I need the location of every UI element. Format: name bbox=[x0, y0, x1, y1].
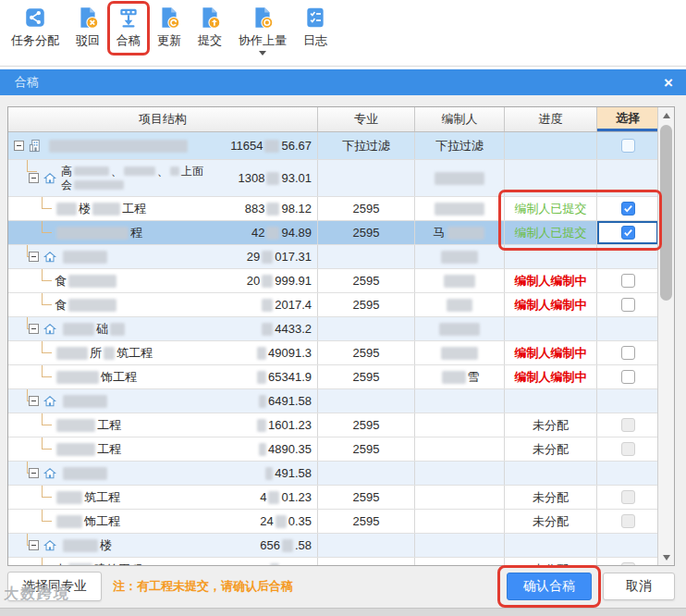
column-header-2: 专业 bbox=[318, 107, 415, 131]
close-icon[interactable]: × bbox=[664, 75, 673, 91]
censor-blur bbox=[276, 515, 287, 528]
select-same-specialty-button[interactable]: 选择同专业 bbox=[7, 572, 102, 601]
table-row[interactable]: 所筑工程49091.32595编制人编制中 bbox=[8, 341, 659, 365]
vertical-scrollbar[interactable] bbox=[657, 107, 674, 565]
progress-cell bbox=[505, 534, 597, 557]
censor-blur bbox=[268, 491, 279, 504]
project-amount: 491.58 bbox=[263, 466, 317, 481]
project-structure-cell: 食2017.4 bbox=[8, 293, 318, 316]
building-icon bbox=[29, 139, 43, 153]
confirm-merge-button[interactable]: 确认合稿 bbox=[507, 573, 592, 600]
column-header-1: 项目结构 bbox=[8, 107, 318, 131]
table-row[interactable]: 础4433.2 bbox=[8, 317, 659, 341]
censor-blur bbox=[441, 251, 478, 264]
censor-blur bbox=[56, 371, 99, 384]
toolbar: 任务分配驳回合稿更新提交协作上量日志 bbox=[0, 0, 686, 67]
table-row[interactable]: 食20999.912595编制人编制中 bbox=[8, 269, 659, 293]
progress-cell bbox=[505, 462, 597, 485]
progress-cell bbox=[505, 160, 597, 196]
toolbar-item-submit[interactable]: 提交 bbox=[192, 4, 227, 51]
specialty-cell bbox=[318, 534, 415, 557]
censor-blur bbox=[264, 140, 279, 153]
row-checkbox[interactable] bbox=[621, 202, 635, 216]
progress-cell: 未分配 bbox=[505, 413, 597, 437]
row-checkbox[interactable] bbox=[621, 298, 635, 312]
censor-blur bbox=[444, 275, 475, 288]
specialty-cell[interactable]: 下拉过滤 bbox=[318, 132, 415, 159]
censor-blur bbox=[68, 275, 116, 288]
toolbar-item-update[interactable]: 更新 bbox=[152, 4, 187, 51]
collapse-expander-icon[interactable] bbox=[29, 252, 39, 262]
row-checkbox[interactable] bbox=[621, 346, 635, 360]
project-structure-cell: 饰工程65341.9 bbox=[8, 365, 318, 388]
toolbar-item-merge[interactable]: 合稿 bbox=[111, 4, 146, 51]
row-checkbox[interactable] bbox=[621, 226, 635, 240]
toolbar-item-log[interactable]: 日志 bbox=[298, 4, 333, 51]
selection-cell bbox=[597, 413, 659, 437]
project-amount: 41101.92 bbox=[250, 562, 317, 566]
project-structure-cell: 楼656.58 bbox=[8, 534, 318, 557]
update-icon bbox=[157, 6, 181, 30]
toolbar-item-reject[interactable]: 驳回 bbox=[70, 4, 105, 51]
selection-cell bbox=[597, 389, 659, 413]
scroll-down-icon[interactable] bbox=[658, 549, 674, 565]
compiler-cell bbox=[415, 293, 505, 316]
toolbar-item-label: 合稿 bbox=[116, 32, 141, 49]
collapse-expander-icon[interactable] bbox=[29, 324, 39, 334]
compiler-cell bbox=[415, 413, 505, 437]
table-row[interactable]: 大建筑工程41101.922595未分配 bbox=[8, 558, 659, 566]
table-row[interactable]: 工程1601.232595未分配 bbox=[8, 413, 659, 437]
table-row[interactable]: 饰工程240.352595未分配 bbox=[8, 510, 659, 534]
table-row[interactable]: 筑工程401.232595未分配 bbox=[8, 486, 659, 510]
progress-status: 未分配 bbox=[533, 561, 569, 567]
table-row[interactable]: 29017.31 bbox=[8, 245, 659, 269]
project-name bbox=[61, 250, 109, 265]
table-row[interactable]: 6491.58 bbox=[8, 389, 659, 413]
progress-cell: 未分配 bbox=[505, 486, 597, 509]
table-row[interactable]: 饰工程65341.92595雪编制人编制中 bbox=[8, 365, 659, 389]
house-icon bbox=[43, 539, 56, 552]
censor-blur bbox=[56, 491, 82, 504]
table-row[interactable]: 高、、上面会130893.01 bbox=[8, 160, 659, 197]
table-row[interactable]: 程4294.892595马编制人已提交 bbox=[8, 221, 659, 245]
row-checkbox[interactable] bbox=[621, 274, 635, 288]
progress-cell: 未分配 bbox=[505, 510, 597, 533]
censor-blur bbox=[68, 563, 92, 566]
row-checkbox[interactable] bbox=[621, 370, 635, 384]
cancel-button[interactable]: 取消 bbox=[603, 573, 675, 600]
table-row[interactable]: 工程4890.352595未分配 bbox=[8, 437, 659, 462]
collapse-expander-icon[interactable] bbox=[14, 141, 24, 151]
censor-blur bbox=[63, 251, 107, 264]
table-row[interactable]: 食2017.42595编制人编制中 bbox=[8, 293, 659, 317]
scroll-up-icon[interactable] bbox=[658, 107, 674, 123]
table-row[interactable]: 491.58 bbox=[8, 462, 659, 486]
project-structure-cell: 491.58 bbox=[8, 462, 318, 485]
table-row[interactable]: 楼工程88398.122595编制人已提交 bbox=[8, 197, 659, 221]
collapse-expander-icon[interactable] bbox=[29, 396, 39, 406]
scrollbar-thumb[interactable] bbox=[660, 125, 672, 301]
project-structure-cell: 6491.58 bbox=[8, 389, 318, 413]
progress-status: 编制人编制中 bbox=[515, 345, 587, 362]
collapse-expander-icon[interactable] bbox=[29, 468, 39, 478]
tree-connector bbox=[42, 510, 52, 522]
reject-icon bbox=[76, 6, 100, 30]
collapse-expander-icon[interactable] bbox=[29, 540, 39, 550]
project-structure-cell: 楼工程88398.12 bbox=[8, 197, 318, 220]
selection-cell bbox=[597, 245, 659, 268]
toolbar-item-collab[interactable]: 协作上量 bbox=[233, 4, 292, 57]
table-row[interactable]: 楼656.58 bbox=[8, 534, 659, 558]
column-header-3: 编制人 bbox=[415, 107, 505, 131]
row-checkbox[interactable] bbox=[621, 139, 635, 153]
censor-blur bbox=[104, 347, 115, 360]
project-name: 工程 bbox=[55, 441, 121, 458]
toolbar-item-assign[interactable]: 任务分配 bbox=[6, 4, 65, 51]
project-name: 所筑工程 bbox=[55, 345, 153, 362]
footer-note: 注：有工程未提交，请确认后合稿 bbox=[113, 572, 293, 601]
project-structure-cell: 高、、上面会130893.01 bbox=[8, 160, 318, 196]
collapse-expander-icon[interactable] bbox=[29, 173, 39, 183]
column-header-5[interactable]: 选择 bbox=[597, 107, 659, 131]
table-row[interactable]: 1165456.67下拉过滤下拉过滤 bbox=[8, 132, 659, 160]
compiler-cell[interactable]: 下拉过滤 bbox=[415, 132, 505, 159]
chevron-down-icon[interactable] bbox=[259, 51, 266, 55]
project-name: 大建筑工程 bbox=[55, 561, 142, 567]
